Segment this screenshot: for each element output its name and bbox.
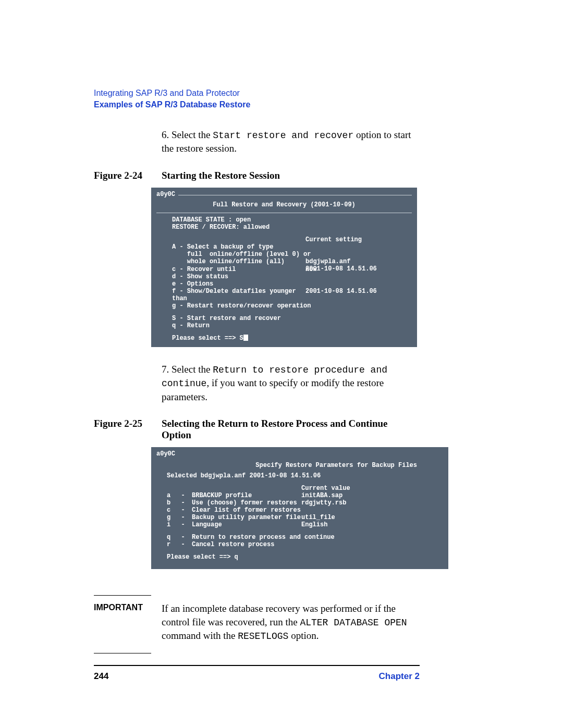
cursor-icon (243, 335, 248, 341)
step-num: 6. (162, 129, 169, 140)
terminal-value: bdgjwpla.anf (305, 258, 412, 265)
terminal-line: Selected bdgjwpla.anf 2001-10-08 14.51.0… (167, 472, 443, 479)
figure-label: Figure 2-24 (94, 170, 162, 181)
terminal-line: q-Return to restore process and continue (167, 534, 443, 541)
terminal-screenshot-2: a0y0C Specify Restore Parameters for Bac… (151, 447, 448, 569)
figure-caption: Selecting the Return to Restore Process … (162, 418, 420, 441)
step-code: Start restore and recover (213, 130, 353, 141)
chapter-number: Chapter 2 (379, 671, 420, 682)
terminal-line: i-LanguageEnglish (167, 521, 443, 528)
figure-24-caption-row: Figure 2-24 Starting the Restore Session (94, 170, 420, 181)
important-rule (94, 595, 151, 596)
important-label: IMPORTANT (94, 602, 162, 612)
terminal-prompt: a0y0C (156, 450, 443, 458)
terminal-line: f - Show/Delete datafiles younger than (172, 288, 305, 302)
step-6: 6. Select the Start restore and recover … (162, 128, 420, 155)
figure-label: Figure 2-25 (94, 418, 162, 429)
terminal-col-head: Current setting (305, 236, 412, 243)
terminal-line: b-Use (choose) former restoresrdgjwtty.r… (167, 499, 443, 507)
terminal-line: q - Return (172, 322, 412, 329)
terminal-line: S - Start restore and recover (172, 315, 412, 322)
chapter-title: Integrating SAP R/3 and Data Protector (94, 89, 420, 98)
important-note: IMPORTANT If an incomplete database reco… (94, 602, 420, 643)
step-num: 7. (162, 364, 169, 375)
terminal-line: d - Show status (172, 273, 412, 280)
terminal-line: e - Options (172, 280, 412, 288)
terminal-screenshot-1: a0y0C Full Restore and Recovery (2001-10… (151, 188, 417, 347)
terminal-select: Please select ==> q (167, 553, 443, 561)
document-page: Integrating SAP R/3 and Data Protector E… (0, 0, 563, 713)
terminal-line: full online/offline (level 0) or (172, 251, 412, 258)
terminal-line: c-Clear list of former restores (167, 507, 443, 514)
step-text-pre: Select the (172, 129, 213, 140)
figure-25-caption-row: Figure 2-25 Selecting the Return to Rest… (94, 418, 420, 441)
terminal-title: Full Restore and Recovery (2001-10-09) (156, 198, 412, 211)
terminal-line: A - Select a backup of type (172, 243, 412, 251)
terminal-line: g - Restart restore/recover operation (172, 302, 412, 310)
terminal-value: now (305, 266, 412, 273)
terminal-line: DATABASE STATE : open (172, 216, 412, 224)
terminal-line: a-BRBACKUP profileinitABA.sap (167, 492, 443, 499)
terminal-prompt: a0y0C (156, 191, 178, 198)
terminal-title: Specify Restore Parameters for Backup Fi… (156, 458, 443, 472)
page-footer: 244 Chapter 2 (94, 665, 420, 682)
terminal-line: RESTORE / RECOVER: allowed (172, 224, 412, 231)
page-number: 244 (94, 671, 108, 682)
section-title: Examples of SAP R/3 Database Restore (94, 100, 420, 109)
important-rule (94, 653, 151, 653)
terminal-select: Please select ==> S (172, 335, 412, 342)
step-7: 7. Select the Return to restore procedur… (162, 363, 420, 403)
terminal-value: 2001-10-08 14.51.06 (305, 288, 412, 302)
terminal-line: g-Backup utility parameter fileutil_file (167, 514, 443, 521)
important-body: If an incomplete database recovery was p… (162, 602, 420, 643)
terminal-col-head: Current value (301, 485, 443, 492)
step-text-pre: Select the (172, 364, 213, 375)
figure-caption: Starting the Restore Session (162, 170, 280, 181)
terminal-line: r-Cancel restore process (167, 541, 443, 548)
terminal-line: c - Recover until (172, 266, 305, 273)
